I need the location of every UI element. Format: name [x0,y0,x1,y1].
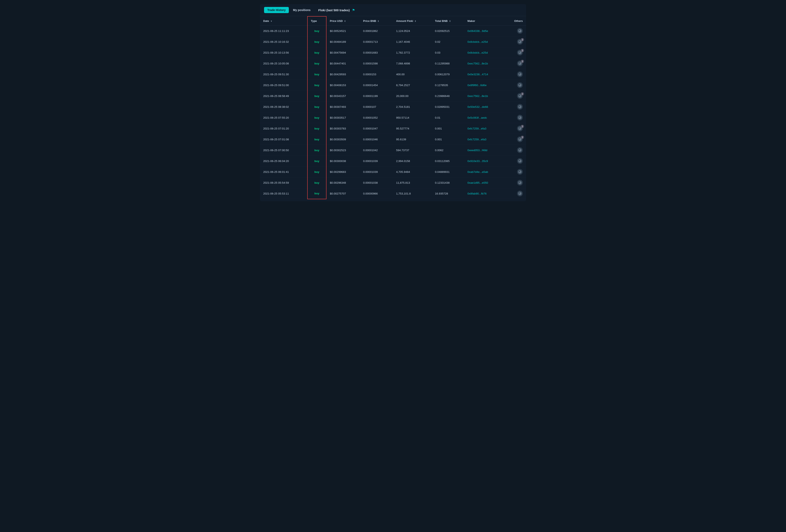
app-container: Trade History My positions Floki (last 5… [260,4,526,201]
maker-address-link[interactable]: 0x8fab90...fb76 [467,192,487,195]
cell-maker[interactable]: 0x8f9f60...6d6e [464,80,504,91]
cell-maker[interactable]: 0xab7d4e...a5ab [464,167,504,177]
cell-maker[interactable]: 0x910e33...35c9 [464,156,504,167]
maker-address-link[interactable]: 0x910e33...35c9 [467,160,488,163]
cell-maker[interactable]: 0xfc7259...efa3 [464,123,504,134]
chart-icon[interactable] [517,71,523,77]
chart-icon[interactable] [517,115,523,120]
cell-price-bnb: 0.00001046 [360,134,393,145]
tab-trade-history[interactable]: Trade History [264,7,289,13]
cell-date: 2021-06-25 06:01:41 [260,167,307,177]
cell-maker[interactable]: 0x8cbdcb...e25d [464,37,504,47]
col-header-price-usd[interactable]: Price USD ⇕ [326,16,360,26]
maker-address-link[interactable]: 0xfc7259...efa3 [467,138,486,141]
tab-my-positions[interactable]: My positions [290,7,314,13]
cell-maker[interactable]: 0x8fab90...fb76 [464,188,504,199]
others-icon-wrap [517,180,523,186]
maker-address-link[interactable]: 0x8f9f60...6d6e [467,84,487,87]
cell-maker[interactable]: 0x50e532...de66 [464,101,504,112]
maker-address-link[interactable]: 0x064338...9d5e [467,29,488,32]
maker-address-link[interactable]: 0x0e3238...4714 [467,73,488,76]
chart-icon[interactable] [517,147,523,153]
others-icon-wrap: 2 [517,39,523,45]
maker-address-link[interactable]: 0xab7d4e...a5ab [467,170,488,173]
svg-rect-49 [519,161,519,162]
col-header-type[interactable]: Type [307,16,326,26]
chart-icon[interactable] [517,82,523,88]
others-badge: 2 [521,49,524,52]
others-badge: 2 [521,38,524,41]
svg-rect-38 [520,128,520,129]
chart-icon[interactable] [517,169,523,175]
maker-address-link[interactable]: 0x8cbdcb...e25d [467,40,488,43]
cell-price-bnb: 0.00001199 [360,91,393,101]
maker-address-link[interactable]: 0x50e532...de66 [467,105,488,108]
cell-price-usd: $0.00475694 [326,47,360,58]
chart-icon[interactable] [517,158,523,164]
cell-maker[interactable]: 0xec7562...8e1b [464,58,504,69]
cell-type: buy [307,101,326,112]
maker-address-link[interactable]: 0xfc7259...efa3 [467,127,486,130]
chart-icon[interactable] [517,104,523,110]
cell-date: 2021-06-25 10:05:08 [260,58,307,69]
svg-rect-55 [520,171,521,173]
maker-address-link[interactable]: 0xec7562...8e1b [467,62,488,65]
svg-rect-26 [520,96,520,97]
trade-table: Date ▼ Type Price USD ⇕ Price BNB ⇕ [260,16,526,199]
cell-price-bnb: 0.00001052 [360,112,393,123]
table-row: 2021-06-25 07:01:20buy$0.003037830.00001… [260,123,526,134]
maker-address-link[interactable]: 0xae1d95...e050 [467,181,488,184]
table-row: 2021-06-25 10:05:08buy$0.004474010.00001… [260,58,526,69]
cell-price-usd: $0.00343157 [326,91,360,101]
cell-amount-floki: 1,124.0524 [393,26,432,37]
cell-date: 2021-06-25 07:01:20 [260,123,307,134]
cell-price-bnb: 0.00001862 [360,26,393,37]
col-header-price-bnb[interactable]: Price BNB ⇕ [360,16,393,26]
cell-maker[interactable]: 0x5c063f...aedc [464,112,504,123]
sort-arrow-total-bnb: ⇕ [449,20,451,22]
cell-maker[interactable]: 0x0e3238...4714 [464,69,504,80]
col-header-total-bnb[interactable]: Total BNB ⇕ [432,16,464,26]
cell-maker[interactable]: 0x064338...9d5e [464,26,504,37]
cell-maker[interactable]: 0xeed053...f48d [464,145,504,156]
chart-icon[interactable] [517,180,523,186]
cell-maker[interactable]: 0x8cbdcb...e25d [464,47,504,58]
col-header-date[interactable]: Date ▼ [260,16,307,26]
table-row: 2021-06-25 08:58:49buy$0.003431570.00001… [260,91,526,101]
maker-address-link[interactable]: 0x8cbdcb...e25d [467,51,488,54]
svg-rect-10 [520,52,520,53]
chart-icon[interactable] [517,191,523,196]
maker-address-link[interactable]: 0xec7562...8e1b [467,95,488,98]
cell-maker[interactable]: 0xae1d95...e050 [464,177,504,188]
cell-amount-floki: 8,794.2527 [393,80,432,91]
svg-rect-39 [520,128,521,129]
cell-amount-floki: 950.57114 [393,112,432,123]
col-header-others: Others [504,16,526,26]
type-label: buy [315,149,319,152]
filter-icon[interactable]: ⚑ [352,8,355,12]
svg-rect-15 [520,63,521,64]
cell-date: 2021-06-25 11:11:23 [260,26,307,37]
maker-address-link[interactable]: 0xeed053...f48d [467,149,487,152]
cell-total-bnb: 0.03 [432,47,464,58]
cell-date: 2021-06-25 05:54:59 [260,177,307,188]
svg-rect-17 [519,74,519,75]
cell-amount-floki: 1,167.4046 [393,37,432,47]
cell-others [504,112,526,123]
cell-price-usd: $0.00303517 [326,112,360,123]
svg-rect-35 [520,117,521,118]
cell-maker[interactable]: 0xec7562...8e1b [464,91,504,101]
cell-date: 2021-06-25 08:38:02 [260,101,307,112]
cell-price-usd: $0.00484189 [326,37,360,47]
col-header-amount-floki[interactable]: Amount Floki ⇕ [393,16,432,26]
table-row: 2021-06-25 11:11:23buy$0.005245210.00001… [260,26,526,37]
cell-others [504,177,526,188]
cell-price-bnb: 0.00001038 [360,177,393,188]
table-row: 2021-06-25 07:01:08buy$0.003035090.00001… [260,134,526,145]
svg-rect-29 [519,107,519,107]
cell-maker[interactable]: 0xfc7259...efa3 [464,134,504,145]
maker-address-link[interactable]: 0x5c063f...aedc [467,116,487,119]
svg-rect-9 [519,53,519,53]
chart-icon[interactable] [517,28,523,34]
cell-price-usd: $0.00300038 [326,156,360,167]
